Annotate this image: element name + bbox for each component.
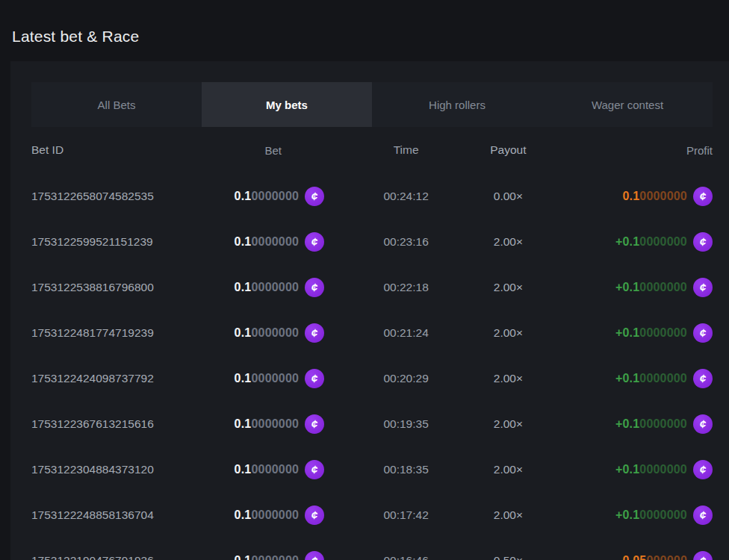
- currency-glyph: ¢: [311, 418, 319, 429]
- tab-my-bets[interactable]: My bets: [202, 82, 372, 127]
- tab-wager-contest[interactable]: Wager contest: [542, 82, 713, 127]
- profit-amount-zeros: 0000000: [639, 463, 687, 476]
- table-row[interactable]: 1753122248858136704 0.10000000 ¢ 00:17:4…: [31, 492, 713, 538]
- bet-time: 00:16:46: [324, 554, 488, 560]
- table-row[interactable]: 1753122658074582535 0.10000000 ¢ 00:24:1…: [31, 173, 713, 219]
- tab-high-rollers[interactable]: High rollers: [372, 82, 542, 127]
- bet-time: 00:23:16: [324, 235, 488, 249]
- bet-time: 00:22:18: [324, 281, 488, 294]
- coin-icon: ¢: [693, 505, 713, 525]
- bet-amount: 0.10000000 ¢: [222, 369, 324, 388]
- profit-amount-zeros: 0000000: [639, 190, 687, 203]
- coin-icon: ¢: [305, 460, 324, 479]
- bet-id: 1753122190476791936: [31, 554, 222, 560]
- bet-amount-zeros: 0000000: [251, 326, 299, 340]
- bet-amount-main: 0.1: [235, 235, 252, 249]
- bet-profit: 0.05000000 ¢: [529, 551, 713, 560]
- bet-profit: +0.10000000 ¢: [529, 369, 713, 388]
- bet-amount-zeros: 0000000: [251, 554, 299, 560]
- coin-icon: ¢: [693, 414, 713, 434]
- table-row[interactable]: 1753122481774719239 0.10000000 ¢ 00:21:2…: [31, 310, 713, 355]
- bet-amount: 0.10000000 ¢: [222, 460, 324, 479]
- table-row[interactable]: 1753122367613215616 0.10000000 ¢ 00:19:3…: [31, 401, 713, 447]
- table-row[interactable]: 1753122190476791936 0.10000000 ¢ 00:16:4…: [31, 538, 713, 560]
- currency-glyph: ¢: [311, 281, 319, 293]
- bet-amount-main: 0.1: [235, 508, 252, 522]
- currency-glyph: ¢: [311, 464, 319, 475]
- bet-amount-main: 0.1: [235, 417, 252, 431]
- currency-glyph: ¢: [699, 509, 707, 520]
- table-row[interactable]: 1753122304884373120 0.10000000 ¢ 00:18:3…: [31, 447, 713, 492]
- profit-amount-main: +0.1: [615, 508, 639, 522]
- coin-icon: ¢: [305, 505, 324, 525]
- bet-amount-main: 0.1: [235, 190, 252, 203]
- coin-icon: ¢: [305, 414, 324, 434]
- coin-icon: ¢: [693, 278, 713, 297]
- profit-amount-main: +0.1: [615, 281, 639, 294]
- bet-payout: 2.00×: [488, 417, 529, 431]
- coin-icon: ¢: [305, 369, 324, 388]
- bet-amount: 0.10000000 ¢: [222, 505, 324, 525]
- bet-amount-zeros: 0000000: [251, 417, 299, 431]
- bet-amount-main: 0.1: [235, 281, 252, 294]
- tab-all-bets[interactable]: All Bets: [31, 82, 202, 127]
- bet-amount: 0.10000000 ¢: [222, 414, 324, 434]
- column-header-bet-id: Bet ID: [31, 143, 222, 157]
- coin-icon: ¢: [693, 369, 713, 388]
- profit-amount-main: +0.1: [615, 417, 639, 431]
- column-header-bet: Bet: [222, 144, 324, 157]
- column-header-payout: Payout: [488, 143, 529, 157]
- bet-payout: 2.00×: [488, 372, 529, 385]
- bet-time: 00:21:24: [324, 326, 488, 340]
- bet-profit: +0.10000000 ¢: [529, 323, 713, 343]
- coin-icon: ¢: [693, 460, 713, 479]
- column-header-time: Time: [324, 143, 488, 157]
- profit-amount-main: +0.1: [615, 463, 639, 476]
- bet-time: 00:19:35: [324, 417, 488, 431]
- currency-glyph: ¢: [699, 418, 707, 429]
- bet-id: 1753122424098737792: [31, 372, 222, 385]
- bets-table-body: 1753122658074582535 0.10000000 ¢ 00:24:1…: [31, 173, 713, 560]
- bet-profit: +0.10000000 ¢: [529, 414, 713, 434]
- currency-glyph: ¢: [699, 464, 707, 475]
- coin-icon: ¢: [305, 323, 324, 343]
- coin-icon: ¢: [305, 551, 324, 560]
- profit-amount-zeros: 0000000: [639, 326, 687, 340]
- coin-icon: ¢: [305, 232, 324, 252]
- bet-amount-zeros: 0000000: [251, 190, 299, 203]
- bet-amount-main: 0.1: [235, 372, 252, 385]
- currency-glyph: ¢: [699, 236, 707, 247]
- table-row[interactable]: 1753122424098737792 0.10000000 ¢ 00:20:2…: [31, 355, 713, 401]
- bet-payout: 0.50×: [488, 554, 529, 560]
- profit-amount-zeros: 0000000: [639, 372, 687, 385]
- bet-payout: 0.00×: [488, 190, 529, 203]
- bet-amount: 0.10000000 ¢: [222, 323, 324, 343]
- currency-glyph: ¢: [311, 509, 319, 520]
- bet-amount-main: 0.1: [235, 463, 252, 476]
- table-row[interactable]: 1753122538816796800 0.10000000 ¢ 00:22:1…: [31, 264, 713, 310]
- bet-id: 1753122248858136704: [31, 508, 222, 522]
- bet-time: 00:20:29: [324, 372, 488, 385]
- bets-tabbar: All Bets My bets High rollers Wager cont…: [31, 82, 713, 127]
- bet-profit: 0.10000000 ¢: [529, 187, 713, 206]
- profit-amount-zeros: 0000000: [639, 417, 687, 431]
- bet-amount-main: 0.1: [235, 326, 252, 340]
- profit-amount-main: 0.05: [622, 554, 646, 560]
- profit-amount-main: +0.1: [615, 326, 639, 340]
- bet-profit: +0.10000000 ¢: [529, 505, 713, 525]
- currency-glyph: ¢: [699, 555, 707, 560]
- coin-icon: ¢: [693, 551, 713, 560]
- table-row[interactable]: 1753122599521151239 0.10000000 ¢ 00:23:1…: [31, 219, 713, 264]
- currency-glyph: ¢: [311, 236, 319, 247]
- currency-glyph: ¢: [699, 327, 707, 338]
- bet-profit: +0.10000000 ¢: [529, 278, 713, 297]
- bet-payout: 2.00×: [488, 463, 529, 476]
- bet-profit: +0.10000000 ¢: [529, 232, 713, 252]
- currency-glyph: ¢: [699, 373, 707, 384]
- bet-id: 1753122658074582535: [31, 190, 222, 203]
- coin-icon: ¢: [305, 187, 324, 206]
- profit-amount-main: +0.1: [615, 372, 639, 385]
- profit-amount-zeros: 0000000: [639, 235, 687, 249]
- bet-profit: +0.10000000 ¢: [529, 460, 713, 479]
- currency-glyph: ¢: [311, 373, 319, 384]
